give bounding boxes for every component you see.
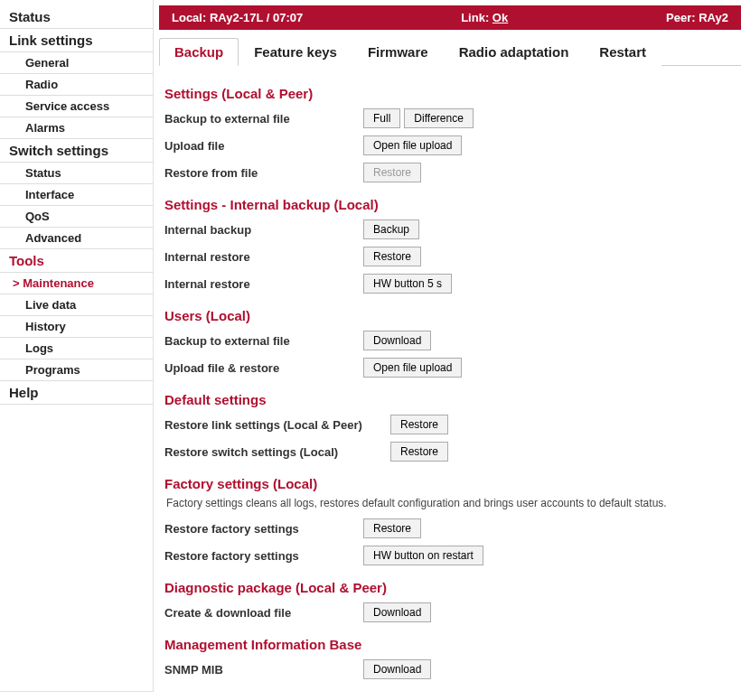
nav-qos[interactable]: QoS [0, 206, 153, 228]
nav-history[interactable]: History [0, 316, 153, 338]
topbar-local-value: RAy2-17L / 07:07 [210, 11, 303, 24]
topbar-link-label: Link: [461, 11, 489, 24]
restore-from-file-button: Restore [363, 163, 421, 182]
topbar-local-label: Local: [172, 11, 206, 24]
label-internal-restore: Internal restore [164, 250, 363, 264]
factory-description: Factory settings cleans all logs, restor… [159, 495, 732, 515]
topbar-local: Local: RAy2-17L / 07:07 [172, 11, 303, 24]
diag-download-button[interactable]: Download [363, 602, 431, 622]
label-users-backup: Backup to external file [164, 334, 363, 348]
heading-diagnostic: Diagnostic package (Local & Peer) [164, 580, 732, 595]
heading-factory: Factory settings (Local) [164, 476, 732, 491]
open-file-upload-button[interactable]: Open file upload [363, 135, 462, 155]
nav-help[interactable]: Help [0, 381, 153, 405]
tab-backup[interactable]: Backup [159, 38, 239, 66]
label-restore-switch-settings: Restore switch settings (Local) [164, 445, 390, 459]
hw-button-restart-button[interactable]: HW button on restart [363, 546, 483, 565]
nav-status[interactable]: Status [0, 5, 153, 29]
label-users-upload-restore: Upload file & restore [164, 361, 363, 375]
heading-users: Users (Local) [164, 308, 732, 323]
label-restore-from-file: Restore from file [164, 166, 363, 180]
hw-button-5s-button[interactable]: HW button 5 s [363, 274, 452, 294]
nav-general[interactable]: General [0, 52, 153, 74]
tab-feature-keys[interactable]: Feature keys [239, 38, 352, 66]
difference-button[interactable]: Difference [404, 108, 473, 128]
heading-mib: Management Information Base [164, 637, 732, 652]
label-diag-create-download: Create & download file [164, 606, 363, 620]
label-restore-factory-hw: Restore factory settings [164, 549, 363, 563]
nav-tools[interactable]: Tools [0, 249, 153, 273]
nav-advanced[interactable]: Advanced [0, 228, 153, 249]
topbar-peer: Peer: RAy2 [666, 11, 728, 24]
full-button[interactable]: Full [363, 108, 400, 128]
internal-backup-button[interactable]: Backup [363, 219, 419, 239]
nav-service-access[interactable]: Service access [0, 96, 153, 117]
tab-restart[interactable]: Restart [584, 38, 661, 66]
nav-switch-status[interactable]: Status [0, 163, 153, 184]
heading-default: Default settings [164, 392, 732, 407]
topbar-peer-value: RAy2 [699, 11, 728, 24]
label-upload-file: Upload file [164, 139, 363, 153]
label-internal-backup: Internal backup [164, 223, 363, 237]
restore-link-settings-button[interactable]: Restore [390, 415, 448, 434]
nav-interface[interactable]: Interface [0, 184, 153, 206]
users-open-upload-button[interactable]: Open file upload [363, 358, 462, 378]
tab-firmware[interactable]: Firmware [352, 38, 444, 66]
label-internal-restore-hw: Internal restore [164, 277, 363, 291]
nav-radio[interactable]: Radio [0, 74, 153, 96]
nav-live-data[interactable]: Live data [0, 294, 153, 316]
topbar-link: Link: Ok [461, 11, 508, 24]
topbar-peer-label: Peer: [666, 11, 696, 24]
nav-alarms[interactable]: Alarms [0, 117, 153, 139]
label-restore-factory: Restore factory settings [164, 522, 363, 536]
mib-download-button[interactable]: Download [363, 659, 431, 679]
users-download-button[interactable]: Download [363, 331, 431, 350]
heading-settings-lp: Settings (Local & Peer) [164, 86, 732, 101]
label-restore-link-settings: Restore link settings (Local & Peer) [164, 418, 390, 432]
nav-programs[interactable]: Programs [0, 359, 153, 381]
tab-strip: Backup Feature keys Firmware Radio adapt… [159, 37, 741, 66]
nav-maintenance[interactable]: Maintenance [0, 273, 153, 294]
nav-switch-settings[interactable]: Switch settings [0, 139, 153, 163]
label-backup-external: Backup to external file [164, 112, 363, 126]
topbar-link-status[interactable]: Ok [492, 11, 508, 24]
restore-switch-settings-button[interactable]: Restore [390, 442, 448, 462]
heading-settings-internal: Settings - Internal backup (Local) [164, 197, 732, 212]
label-snmp-mib: SNMP MIB [164, 663, 363, 677]
nav-link-settings[interactable]: Link settings [0, 29, 153, 52]
nav-logs[interactable]: Logs [0, 338, 153, 359]
internal-restore-button[interactable]: Restore [363, 247, 421, 266]
restore-factory-button[interactable]: Restore [363, 518, 421, 538]
top-status-bar: Local: RAy2-17L / 07:07 Link: Ok Peer: R… [159, 5, 741, 30]
tab-radio-adaptation[interactable]: Radio adaptation [444, 38, 585, 66]
